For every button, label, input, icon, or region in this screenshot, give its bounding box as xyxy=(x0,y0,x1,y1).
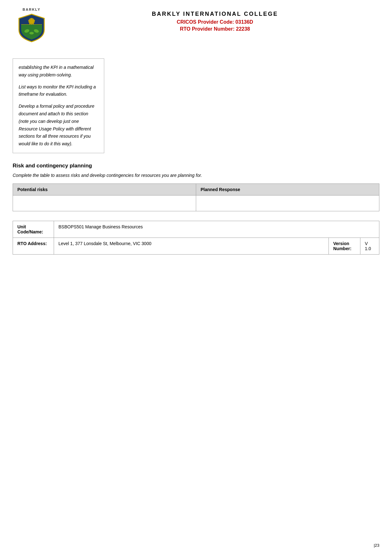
unit-label-text: UnitCode/Name: xyxy=(17,224,43,234)
risk-col2-header: Planned Response xyxy=(196,184,379,195)
risk-table-row xyxy=(13,195,379,211)
cricos-code: CRICOS Provider Code: 03136D xyxy=(51,19,379,25)
risk-col1-cell xyxy=(13,195,196,211)
risk-col2-cell xyxy=(196,195,379,211)
footer-info-table: UnitCode/Name: BSBOPS501 Manage Business… xyxy=(13,221,379,255)
page-number: |23 xyxy=(374,543,379,548)
unit-value: BSBOPS501 Manage Business Resources xyxy=(54,221,379,238)
rto-number: RTO Provider Number: 22238 xyxy=(51,26,379,32)
logo-container: BARKLY xyxy=(17,8,46,43)
risk-col1-header: Potential risks xyxy=(13,184,196,195)
version-value: V 1.0 xyxy=(360,238,379,254)
version-label: Version Number: xyxy=(329,238,360,254)
risk-section-subtitle: Complete the table to assess risks and d… xyxy=(13,173,379,178)
risk-section-title: Risk and contingency planning xyxy=(13,163,379,169)
italic-para-1: establishing the KPI in a mathematical w… xyxy=(19,64,98,79)
logo-top-text: BARKLY xyxy=(23,8,41,11)
risk-section: Risk and contingency planning Complete t… xyxy=(13,163,379,255)
svg-point-5 xyxy=(29,32,34,34)
footer-unit-row: UnitCode/Name: BSBOPS501 Manage Business… xyxy=(13,221,379,238)
header-text-area: BARKLY INTERNATIONAL COLLEGE CRICOS Prov… xyxy=(51,8,379,32)
rto-label-text: RTO Address: xyxy=(17,241,47,246)
main-content: establishing the KPI in a mathematical w… xyxy=(0,49,392,264)
risk-table-header-row: Potential risks Planned Response xyxy=(13,184,379,195)
risk-table: Potential risks Planned Response xyxy=(13,184,379,211)
footer-rto-row: RTO Address: Level 1, 377 Lonsdale St, M… xyxy=(13,238,379,254)
logo-icon xyxy=(17,13,46,43)
logo-area: BARKLY xyxy=(13,8,51,43)
unit-label: UnitCode/Name: xyxy=(13,221,54,238)
italic-para-3: Develop a formal policy and procedure do… xyxy=(19,103,98,148)
rto-value: Level 1, 377 Lonsdale St, Melbourne, VIC… xyxy=(54,238,329,254)
rto-label: RTO Address: xyxy=(13,238,54,254)
italic-text-box: establishing the KPI in a mathematical w… xyxy=(13,58,104,153)
italic-para-2: List ways to monitor the KPI including a… xyxy=(19,83,98,99)
header: BARKLY BARKLY INTERNATIONAL xyxy=(0,0,392,49)
college-name: BARKLY INTERNATIONAL COLLEGE xyxy=(51,11,379,17)
